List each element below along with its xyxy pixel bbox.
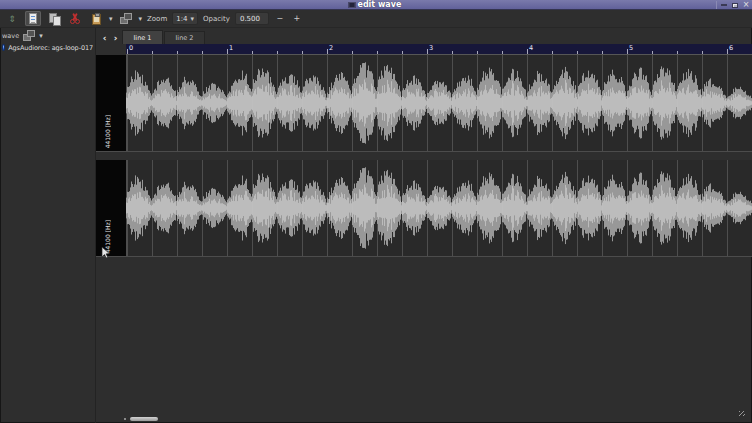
tab-line-2[interactable]: line 2 bbox=[164, 31, 205, 44]
tab-line-1[interactable]: line 1 bbox=[122, 30, 163, 44]
ruler-tick bbox=[227, 49, 228, 54]
ruler-tick bbox=[277, 51, 278, 54]
machine-list-item[interactable]: AgsAudiorec: ags-loop-017 bbox=[0, 42, 95, 53]
horizontal-scrollbar-thumb[interactable] bbox=[130, 417, 158, 421]
close-icon: × bbox=[743, 1, 750, 9]
opacity-label: Opacity bbox=[203, 15, 230, 23]
ruler-tick bbox=[502, 51, 503, 54]
waveform-canvas-2[interactable] bbox=[126, 160, 752, 256]
samplerate-label-2: 44100 [Hz] bbox=[104, 220, 111, 253]
tab-bar: ‹ › line 1 line 2 bbox=[96, 28, 752, 44]
ruler-tick bbox=[352, 51, 353, 54]
sidebar-header: wave ▾ bbox=[0, 30, 95, 41]
ruler-tick bbox=[377, 51, 378, 54]
ruler-number: 3 bbox=[429, 44, 433, 52]
waveform-canvas-1[interactable] bbox=[126, 55, 752, 151]
edit-document-icon bbox=[29, 13, 37, 24]
zoom-dropdown-arrow-icon: ▾ bbox=[190, 15, 194, 23]
titlebar-separator bbox=[716, 1, 717, 9]
clipboard-icon bbox=[92, 14, 101, 25]
ruler-tick bbox=[302, 51, 303, 54]
sidebar-pane-label: wave bbox=[2, 32, 19, 40]
waveform-region-2[interactable] bbox=[126, 160, 752, 256]
ruler-number: 1 bbox=[229, 44, 233, 52]
ruler-number: 6 bbox=[729, 44, 733, 52]
copy-button[interactable] bbox=[46, 11, 62, 26]
window-controls: × bbox=[716, 0, 750, 10]
ruler-tick bbox=[127, 49, 128, 54]
tool-dropdown-arrow-icon[interactable]: ▾ bbox=[139, 15, 143, 23]
ruler-tick bbox=[202, 51, 203, 54]
machine-radio-button[interactable] bbox=[2, 44, 5, 51]
ruler-tick bbox=[527, 49, 528, 54]
wave-sidebar: wave ▾ AgsAudiorec: ags-loop-017 bbox=[0, 28, 96, 423]
opacity-value: 0.500 bbox=[240, 15, 260, 23]
ruler-tick bbox=[652, 51, 653, 54]
hscroll-track-dot bbox=[124, 418, 126, 420]
ruler-number: 5 bbox=[629, 44, 633, 52]
machine-label: AgsAudiorec: ags-loop-017 bbox=[8, 44, 93, 52]
ruler-tick bbox=[327, 49, 328, 54]
ruler-tick bbox=[452, 51, 453, 54]
ruler-number: 2 bbox=[329, 44, 333, 52]
ruler-tick bbox=[177, 51, 178, 54]
zoom-value: 1:4 bbox=[176, 15, 187, 23]
tab-prev-button[interactable]: ‹ bbox=[99, 31, 110, 44]
tool-menu-button[interactable] bbox=[118, 11, 134, 26]
wave-panel-1: 44100 [Hz] bbox=[96, 55, 752, 152]
titlebar[interactable]: edit wave × bbox=[0, 0, 752, 10]
scissors-icon bbox=[70, 13, 80, 24]
samplerate-label-1: 44100 [Hz] bbox=[104, 115, 111, 148]
ruler-number: 0 bbox=[129, 44, 133, 52]
wave-panel-2: 44100 [Hz] bbox=[96, 160, 752, 257]
window-icon bbox=[348, 2, 355, 8]
position-tool-button[interactable]: ⇕ bbox=[4, 11, 20, 26]
wave-editor: ‹ › line 1 line 2 0123456 44100 [Hz] bbox=[96, 28, 752, 423]
minimize-icon bbox=[721, 4, 727, 6]
copy-icon bbox=[49, 13, 60, 24]
paste-dropdown-arrow-icon[interactable]: ▾ bbox=[109, 15, 113, 23]
channel-meter-strip-1: 44100 [Hz] bbox=[96, 55, 126, 151]
toolbar: ⇕ ▾ ▾ Zoom 1:4 ▾ Opacity 0.500 − + bbox=[0, 10, 752, 28]
maximize-icon bbox=[732, 3, 738, 8]
ruler-tick bbox=[402, 51, 403, 54]
zoom-label: Zoom bbox=[147, 15, 167, 23]
ruler-tick bbox=[252, 51, 253, 54]
close-button[interactable]: × bbox=[742, 1, 750, 9]
paste-button[interactable] bbox=[88, 11, 104, 26]
panel-gap bbox=[96, 152, 752, 160]
opacity-decrement-button[interactable]: − bbox=[274, 12, 286, 25]
ruler-tick bbox=[727, 49, 728, 54]
position-cursor-icon: ⇕ bbox=[8, 14, 16, 24]
edit-tool-button[interactable] bbox=[25, 11, 41, 26]
titlebar-center: edit wave bbox=[348, 0, 401, 10]
cut-button[interactable] bbox=[67, 11, 83, 26]
window-title: edit wave bbox=[357, 0, 401, 10]
channel-meter-strip-2: 44100 [Hz] bbox=[96, 160, 126, 256]
edit-wave-window: edit wave × ⇕ ▾ ▾ Zoom 1 bbox=[0, 0, 752, 423]
timeline-ruler: 0123456 bbox=[126, 44, 752, 55]
ruler-tick bbox=[677, 51, 678, 54]
machines-icon bbox=[120, 13, 132, 24]
ruler-tick bbox=[627, 49, 628, 54]
minimize-button[interactable] bbox=[720, 1, 728, 9]
zoom-combobox[interactable]: 1:4 ▾ bbox=[172, 12, 198, 25]
ruler-tick bbox=[427, 49, 428, 54]
ruler-tick bbox=[577, 51, 578, 54]
resize-grip[interactable] bbox=[739, 411, 745, 416]
ruler-tick bbox=[477, 51, 478, 54]
tab-next-button[interactable]: › bbox=[110, 31, 121, 44]
maximize-button[interactable] bbox=[731, 1, 739, 9]
ruler-tick bbox=[702, 51, 703, 54]
ruler-tick bbox=[152, 51, 153, 54]
ruler-tick bbox=[602, 51, 603, 54]
opacity-increment-button[interactable]: + bbox=[291, 12, 303, 25]
ruler-tick bbox=[552, 51, 553, 54]
body: wave ▾ AgsAudiorec: ags-loop-017 ‹ › lin… bbox=[0, 28, 752, 423]
waveform-region-1[interactable] bbox=[126, 55, 752, 151]
opacity-spinbox[interactable]: 0.500 bbox=[235, 12, 269, 25]
machine-selector-icon[interactable] bbox=[23, 30, 35, 41]
ruler-number: 4 bbox=[529, 44, 533, 52]
machine-dropdown-arrow-icon[interactable]: ▾ bbox=[39, 32, 43, 40]
